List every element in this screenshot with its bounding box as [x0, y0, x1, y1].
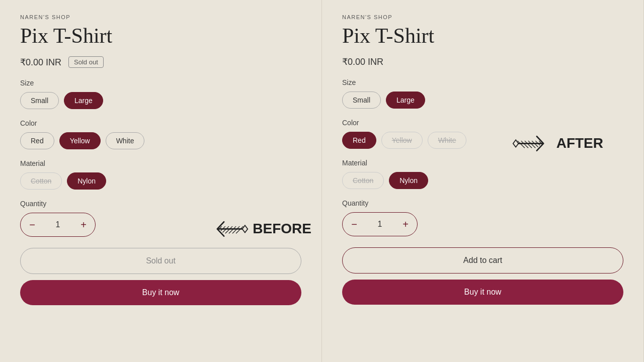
right-price: ₹0.00 INR	[342, 56, 383, 67]
left-size-options: Small Large	[20, 92, 301, 109]
left-quantity-section: Quantity − 1 +	[20, 200, 301, 237]
left-sold-out-button[interactable]: Sold out	[20, 248, 301, 274]
left-sold-out-badge: Sold out	[68, 56, 104, 68]
right-buy-now-button[interactable]: Buy it now	[342, 280, 623, 305]
left-color-yellow[interactable]: Yellow	[59, 132, 101, 149]
right-qty-plus[interactable]: +	[394, 213, 417, 236]
right-quantity-control: − 1 +	[342, 212, 418, 236]
right-size-large[interactable]: Large	[386, 92, 425, 109]
left-shop-name: NAREN'S SHOP	[20, 14, 301, 20]
left-product-title: Pix T-Shirt	[20, 24, 301, 47]
left-price: ₹0.00 INR	[20, 57, 61, 68]
left-price-row: ₹0.00 INR Sold out	[20, 56, 301, 68]
left-quantity-label: Quantity	[20, 200, 301, 208]
right-color-yellow[interactable]: Yellow	[381, 132, 423, 149]
left-qty-minus[interactable]: −	[21, 213, 44, 236]
right-color-options: Red Yellow White	[342, 132, 623, 149]
left-qty-plus[interactable]: +	[72, 213, 95, 236]
left-color-red[interactable]: Red	[20, 132, 54, 149]
right-qty-minus[interactable]: −	[343, 213, 366, 236]
left-material-options: Cotton Nylon	[20, 172, 301, 190]
right-quantity-label: Quantity	[342, 199, 623, 207]
right-color-red[interactable]: Red	[342, 132, 376, 149]
left-buy-now-button[interactable]: Buy it now	[20, 280, 301, 305]
right-price-row: ₹0.00 INR	[342, 56, 623, 67]
right-size-options: Small Large	[342, 92, 623, 109]
left-quantity-control: − 1 +	[20, 213, 96, 237]
right-qty-value: 1	[366, 220, 394, 229]
right-product-title: Pix T-Shirt	[342, 24, 623, 47]
right-quantity-section: Quantity − 1 +	[342, 199, 623, 236]
left-size-label: Size	[20, 79, 301, 87]
right-color-white[interactable]: White	[428, 132, 467, 149]
left-color-label: Color	[20, 119, 301, 127]
right-material-label: Material	[342, 159, 623, 167]
right-size-label: Size	[342, 78, 623, 86]
left-panel: NAREN'S SHOP Pix T-Shirt ₹0.00 INR Sold …	[0, 0, 322, 362]
left-material-cotton[interactable]: Cotton	[20, 172, 62, 190]
right-material-cotton[interactable]: Cotton	[342, 172, 384, 189]
left-material-label: Material	[20, 159, 301, 167]
right-color-label: Color	[342, 119, 623, 127]
left-qty-value: 1	[44, 220, 72, 229]
right-material-nylon[interactable]: Nylon	[389, 172, 428, 189]
right-shop-name: NAREN'S SHOP	[342, 14, 623, 20]
right-panel: NAREN'S SHOP Pix T-Shirt ₹0.00 INR Size …	[322, 0, 644, 362]
left-material-nylon[interactable]: Nylon	[67, 172, 106, 190]
left-color-options: Red Yellow White	[20, 132, 301, 149]
right-add-cart-button[interactable]: Add to cart	[342, 247, 623, 274]
right-size-small[interactable]: Small	[342, 92, 381, 109]
left-size-large[interactable]: Large	[64, 92, 103, 109]
left-color-white[interactable]: White	[106, 132, 145, 149]
right-material-options: Cotton Nylon	[342, 172, 623, 189]
left-size-small[interactable]: Small	[20, 92, 59, 109]
